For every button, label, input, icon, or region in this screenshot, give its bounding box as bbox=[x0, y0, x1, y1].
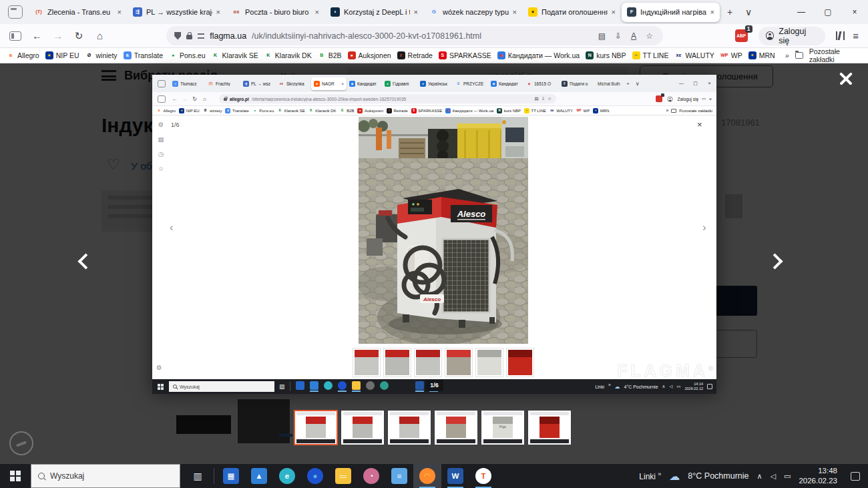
sidebar-toggle-icon[interactable] bbox=[9, 31, 21, 41]
abp-label: ABP bbox=[736, 33, 746, 38]
taskbar-app-button[interactable]: ● bbox=[301, 464, 329, 488]
lightbox-thumbnail[interactable]: Frigo bbox=[481, 410, 525, 445]
notification-center-icon[interactable] bbox=[851, 472, 860, 481]
app-menu-icon[interactable]: ≡ bbox=[853, 30, 859, 41]
reload-button[interactable]: ↻ bbox=[68, 30, 89, 42]
taskbar-app-button[interactable]: T bbox=[469, 464, 497, 488]
lightbox-next-button[interactable] bbox=[767, 253, 783, 269]
browser-tab[interactable]: ⇶ PL → wszystkie kraje × bbox=[128, 3, 226, 22]
bookmark-item[interactable]: xe WALUTY bbox=[674, 51, 714, 59]
back-button[interactable]: ← bbox=[27, 30, 47, 41]
tab-close-icon[interactable]: × bbox=[216, 8, 220, 16]
task-view-button[interactable]: ▥ bbox=[184, 471, 211, 481]
tray-up-icon[interactable]: ∧ bbox=[757, 472, 763, 481]
bookmark-item[interactable]: a Translate bbox=[124, 51, 163, 59]
bookmark-item[interactable]: K Klaravik DK bbox=[264, 51, 312, 59]
bookmark-item[interactable]: ✦ MRN bbox=[748, 51, 775, 59]
lightbox-thumbnail[interactable] bbox=[341, 410, 385, 445]
browser-tab[interactable]: G wózek naczepy typu d × bbox=[424, 3, 522, 22]
taskbar-search-input[interactable] bbox=[50, 471, 150, 481]
other-bookmarks-label[interactable]: Pozostałe zakładki bbox=[809, 48, 861, 63]
browser-tab[interactable]: ◗ Korzystaj z DeepL i tłu × bbox=[325, 3, 423, 22]
tracking-shield-icon[interactable] bbox=[174, 32, 181, 40]
weather-icon[interactable]: ☁ bbox=[669, 470, 680, 483]
tab-close-icon[interactable]: × bbox=[315, 8, 319, 16]
tab-close-icon[interactable]: × bbox=[710, 8, 714, 16]
tab-favicon: (T) bbox=[34, 7, 43, 17]
minimize-button[interactable]: — bbox=[788, 1, 815, 23]
taskbar-app-button[interactable]: ◠ bbox=[413, 464, 441, 488]
bookmark-item[interactable]: S SPARKASSE bbox=[439, 51, 491, 59]
weather-label[interactable]: 8°C Pochmurnie bbox=[688, 471, 748, 481]
screenshot-gallery-thumbnail bbox=[383, 348, 411, 377]
thumbnail-accent bbox=[306, 417, 326, 424]
screenshot-gallery-next-icon: › bbox=[702, 221, 706, 234]
screenshot-tab-favicon: ◇ bbox=[172, 81, 178, 87]
bookmark-item[interactable]: a Allegro bbox=[7, 51, 39, 59]
bookmark-item[interactable]: WP WP bbox=[720, 51, 742, 59]
bookmark-item[interactable]: Ø winiety bbox=[85, 51, 118, 59]
taskbar-app-button[interactable]: ▦ bbox=[217, 464, 245, 488]
firefox-login-button[interactable]: Zaloguj się bbox=[758, 27, 826, 45]
tab-close-icon[interactable]: × bbox=[612, 8, 616, 16]
translate-icon[interactable]: A bbox=[629, 31, 638, 41]
tab-close-icon[interactable]: × bbox=[118, 8, 122, 16]
bookmark-item[interactable]: ◉ Кандидати — Work.ua bbox=[497, 51, 580, 59]
bookmark-item[interactable]: r Retrade bbox=[397, 51, 433, 59]
lightbox-thumbnail[interactable] bbox=[527, 410, 572, 445]
taskbar-clock[interactable]: 13:48 2026.02.23 bbox=[799, 466, 837, 486]
bookmark-item[interactable]: N kurs NBP bbox=[586, 51, 626, 59]
save-page-icon[interactable]: ⇩ bbox=[613, 31, 624, 41]
adblock-extension-icon[interactable]: ABP1 bbox=[735, 29, 748, 42]
new-tab-button[interactable]: + bbox=[720, 3, 739, 21]
bookmark-star-icon[interactable]: ☆ bbox=[644, 31, 655, 41]
bookmark-item[interactable]: ★ NIP EU bbox=[45, 51, 79, 59]
home-button[interactable]: ⌂ bbox=[89, 30, 110, 41]
taskbar-app-button[interactable]: ≡ bbox=[385, 464, 413, 488]
lightbox-close-button[interactable] bbox=[836, 69, 856, 89]
browser-tab[interactable]: ● Подати оголошення ( × bbox=[523, 3, 621, 22]
screenshot-account-icon bbox=[667, 96, 672, 101]
screenshot-other-bookmarks-label: Pozostałe zakładki bbox=[679, 109, 712, 113]
taskbar-app-button[interactable]: W bbox=[441, 464, 469, 488]
forward-button[interactable]: → bbox=[47, 30, 68, 41]
taskbar-app-button[interactable]: ▲ bbox=[245, 464, 273, 488]
tab-overview-icon[interactable] bbox=[8, 5, 23, 19]
maximize-button[interactable]: ▢ bbox=[815, 1, 841, 23]
overflow-chevron-icon[interactable]: » bbox=[785, 51, 789, 59]
start-button[interactable] bbox=[0, 464, 31, 488]
lightbox-thumbnail[interactable] bbox=[434, 410, 478, 445]
screenshot-app-icon bbox=[380, 381, 389, 392]
screenshot-gallery-thumbnail bbox=[445, 348, 473, 377]
lock-icon[interactable] bbox=[186, 35, 192, 39]
permissions-icon[interactable] bbox=[198, 33, 204, 39]
tab-close-icon[interactable]: × bbox=[414, 8, 418, 16]
keyboard-icon[interactable]: ▭ bbox=[784, 472, 791, 481]
library-icon[interactable] bbox=[836, 31, 845, 40]
bookmark-item[interactable]: ● Auksjonen bbox=[348, 51, 391, 59]
tab-close-icon[interactable]: × bbox=[513, 8, 517, 16]
reader-view-icon[interactable]: ▤ bbox=[596, 31, 608, 41]
close-window-button[interactable]: × bbox=[841, 1, 868, 23]
lightbox-thumbnail[interactable] bbox=[294, 410, 338, 445]
taskbar-app-button[interactable]: e bbox=[273, 464, 301, 488]
speaker-icon[interactable]: ◁ bbox=[771, 472, 776, 481]
screenshot-tab-favicon: ◉ bbox=[349, 81, 355, 87]
bookmark-item[interactable]: K Klaravik SE bbox=[212, 51, 258, 59]
taskbar-app-button[interactable]: ◔ bbox=[357, 464, 385, 488]
bookmark-item[interactable]: ~ TT LINE bbox=[632, 51, 669, 59]
screenshot-bookmark-item: ◉ Кандидати — Work.ua bbox=[445, 108, 493, 113]
screenshot-bookmark-label: WALUTY bbox=[556, 109, 573, 113]
bookmark-item[interactable]: B B2B bbox=[318, 51, 342, 59]
taskbar-app-button[interactable]: ▭ bbox=[329, 464, 357, 488]
browser-tab[interactable]: ox Poczta - biuro biuro - × bbox=[226, 3, 324, 22]
browser-tab[interactable]: F Індукційний нагрівач × bbox=[622, 3, 720, 22]
url-bar[interactable]: flagma.ua/uk/induktsiinyi-nahrivach-ales… bbox=[166, 26, 663, 45]
browser-tab[interactable]: (T) Zlecenia - Trans.eu × bbox=[29, 3, 127, 22]
links-toolbar[interactable]: Linki » bbox=[639, 471, 661, 481]
lightbox-prev-button[interactable] bbox=[77, 253, 93, 269]
taskbar-search[interactable] bbox=[31, 464, 180, 488]
lightbox-thumbnail[interactable] bbox=[387, 410, 431, 445]
bookmark-item[interactable]: ● Pons.eu bbox=[169, 51, 206, 59]
list-all-tabs-button[interactable]: ∨ bbox=[739, 3, 758, 21]
